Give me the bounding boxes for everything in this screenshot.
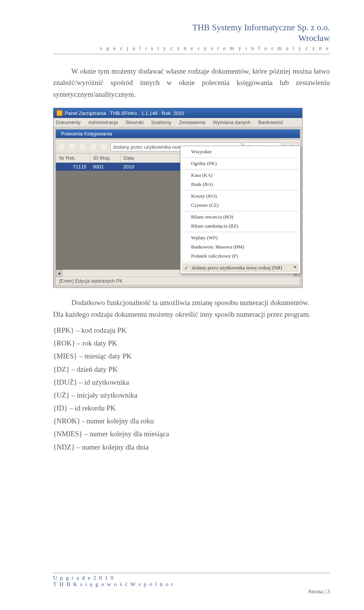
menu-dokumenty[interactable]: Dokumenty xyxy=(56,119,81,125)
status-text: [Enter] Edycja wybranych PK xyxy=(59,278,123,284)
scroll-left-icon[interactable]: ◄ xyxy=(56,270,63,277)
list-item: {NDZ} – numer kolejny dla dnia xyxy=(53,441,330,454)
footer-line1: U p g r a d e 2 0 1 0 xyxy=(53,575,330,581)
code-list: {RPK} – kod rodzaju PK {ROK} – rok daty … xyxy=(53,324,330,454)
window-title: Panel Zarządzania . THB.SFinKs . 1.1.146… xyxy=(65,110,184,116)
cell-nrrek: 71115 xyxy=(56,163,90,171)
rodzaj-dropdown[interactable]: Wszystkie Ogólny (PK) Kasa (KA) Bank (BA… xyxy=(180,146,301,274)
menu-wymiana[interactable]: Wymiana danych xyxy=(213,119,251,125)
list-item: {UŻ} – inicjały użytkownika xyxy=(53,389,330,402)
dd-item-bm[interactable]: Bankowosc Masowa (BM) xyxy=(181,242,300,252)
dd-item-selected[interactable]: dodany przez użytkownika nowy rodzaj (NR… xyxy=(181,263,300,272)
dd-item-p[interactable]: Podatek zaliczkowy (P) xyxy=(181,252,300,261)
dd-item-bz[interactable]: Bilans zamknięcia (BZ) xyxy=(181,222,300,231)
list-item: {ID} – id rekordu PK xyxy=(53,402,330,415)
panel-titlebar: Polecenia Księgowania xyxy=(56,129,300,138)
open-icon[interactable] xyxy=(68,143,76,151)
app-icon xyxy=(56,110,63,116)
window-titlebar[interactable]: Panel Zarządzania . THB.SFinKs . 1.1.146… xyxy=(53,108,302,118)
dropdown-separator xyxy=(182,262,299,262)
dropdown-separator xyxy=(182,232,299,232)
intro-paragraph: W oknie tym możemy dodawać własne rodzaj… xyxy=(53,66,330,100)
dd-item-koszty[interactable]: Koszty (KO) xyxy=(181,192,300,201)
page-number: Strona | 3 xyxy=(53,588,330,595)
panel-title: Polecenia Księgowania xyxy=(61,131,112,137)
dd-item-wszystkie[interactable]: Wszystkie xyxy=(181,147,300,156)
cell-idwsp: 0001 xyxy=(90,163,120,171)
print-icon[interactable] xyxy=(78,143,87,151)
dd-item-bo[interactable]: Bilans otwarcia (BO) xyxy=(181,212,300,222)
menu-zestawienia[interactable]: Zestawienia xyxy=(179,119,205,125)
dd-item-bank[interactable]: Bank (BA) xyxy=(181,180,300,189)
check-icon xyxy=(184,265,190,270)
list-item: {ROK} – rok daty PK xyxy=(53,337,330,350)
after-para2: Dla każdego rodzaju dokumentu możemy okr… xyxy=(53,309,330,320)
company-name: THB Systemy Informatyczne Sp. z o.o. xyxy=(53,23,330,33)
menu-bankowosc[interactable]: Bankowość xyxy=(258,119,283,125)
dd-item-kasa[interactable]: Kasa (KA) xyxy=(181,171,300,180)
dd-item-wp[interactable]: Wpłaty (WP) xyxy=(181,233,300,242)
export-icon[interactable] xyxy=(100,143,108,151)
company-city: Wrocław xyxy=(53,33,330,43)
list-item: {RPK} – kod rodzaju PK xyxy=(53,324,330,337)
menubar: Dokumenty Administracja Słowniki Szablon… xyxy=(53,118,302,127)
dd-item-czynsze[interactable]: Czynsze (CZ) xyxy=(181,201,300,210)
status-bar: [Enter] Edycja wybranych PK xyxy=(56,277,300,285)
list-item: {NMIES} – numer kolejny dla miesiąca xyxy=(53,428,330,440)
after-para: Dodatkowo funkcjonalność ta umożliwia zm… xyxy=(53,297,330,308)
col-nrrek[interactable]: Nr Rek. xyxy=(56,154,90,162)
dd-item-ogolny[interactable]: Ogólny (PK) xyxy=(181,159,300,168)
dropdown-separator xyxy=(182,211,299,211)
footer-rule xyxy=(53,573,330,573)
doc-icon[interactable] xyxy=(89,143,97,151)
header-rule xyxy=(53,54,330,54)
list-item: {MIES} – miesiąc daty PK xyxy=(53,350,330,363)
new-icon[interactable] xyxy=(57,143,66,151)
col-idwsp[interactable]: ID Wsp. xyxy=(90,154,121,162)
dd-item-selected-label: dodany przez użytkownika nowy rodzaj (NR… xyxy=(192,265,282,271)
list-item: {NROK} - numer kolejny dla roku xyxy=(53,415,330,428)
header-tagline: s p e c j a l i s t y c z n e s y s t e … xyxy=(53,46,330,52)
footer-line2: T H B K s i ę g o w o ś ć W s p ó l n o … xyxy=(53,581,330,588)
menu-slowniki[interactable]: Słowniki xyxy=(126,119,144,125)
list-item: {IDUŻ} – id użytkownika xyxy=(53,376,330,389)
menu-szablony[interactable]: Szablony xyxy=(151,119,171,125)
dropdown-separator xyxy=(182,157,299,158)
list-item: {DZ} – dzień daty PK xyxy=(53,363,330,376)
dropdown-separator xyxy=(182,190,299,190)
dropdown-separator xyxy=(182,169,299,170)
menu-administracja[interactable]: Administracja xyxy=(88,119,118,125)
